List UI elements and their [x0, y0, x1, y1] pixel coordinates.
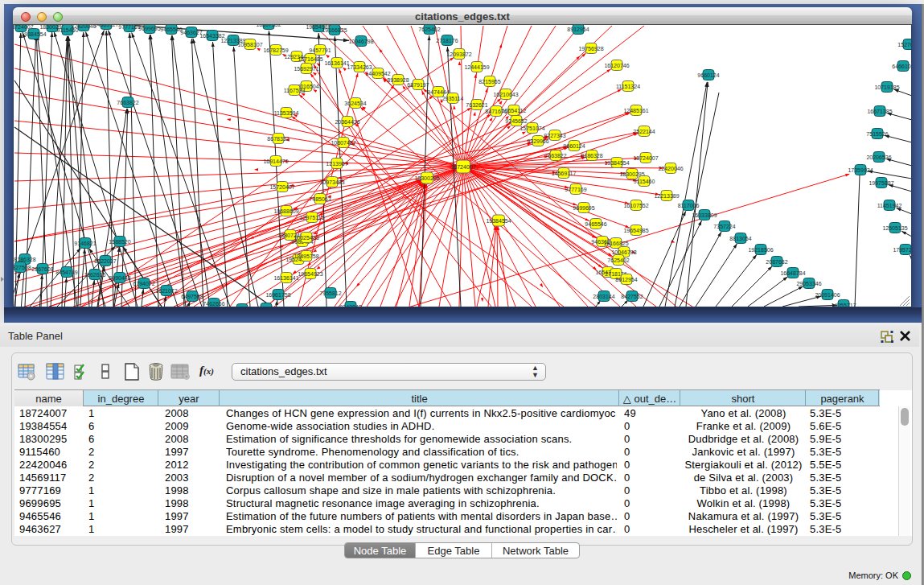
svg-text:7663822: 7663822: [544, 153, 566, 159]
svg-text:9245652: 9245652: [505, 118, 527, 124]
svg-text:10654112: 10654112: [502, 108, 527, 113]
svg-text:8678332: 8678332: [267, 136, 289, 142]
svg-text:8912954: 8912954: [567, 27, 589, 32]
svg-text:7632621: 7632621: [466, 102, 487, 108]
svg-text:6497568: 6497568: [181, 294, 203, 299]
svg-text:9465546: 9465546: [160, 27, 182, 32]
svg-text:11151324: 11151324: [616, 84, 640, 89]
svg-text:2718176: 2718176: [436, 38, 458, 43]
svg-text:20091406: 20091406: [815, 292, 840, 298]
svg-text:8938928: 8938928: [387, 77, 409, 83]
svg-text:6794072: 6794072: [133, 281, 154, 286]
svg-text:8186328: 8186328: [581, 153, 602, 159]
svg-text:7515526: 7515526: [866, 131, 888, 137]
svg-text:22420046: 22420046: [658, 166, 683, 171]
svg-text:16136141: 16136141: [324, 60, 349, 66]
svg-text:12213389: 12213389: [654, 193, 679, 199]
svg-text:12093872: 12093872: [446, 51, 471, 57]
svg-text:8912954: 8912954: [615, 277, 637, 282]
svg-text:1162615: 1162615: [84, 272, 106, 278]
svg-text:8454749: 8454749: [55, 270, 77, 275]
svg-text:2935114: 2935114: [442, 96, 464, 101]
svg-text:19166825: 19166825: [322, 27, 347, 33]
svg-text:10807487: 10807487: [331, 140, 355, 146]
svg-text:11451942: 11451942: [877, 203, 902, 208]
svg-text:19384554: 19384554: [486, 218, 511, 224]
svg-text:10688609: 10688609: [273, 208, 298, 214]
svg-text:6466100: 6466100: [892, 64, 912, 69]
svg-text:1213967: 1213967: [326, 161, 347, 167]
svg-text:10046798: 10046798: [348, 39, 373, 44]
svg-text:9329966: 9329966: [527, 138, 548, 144]
svg-text:17957225: 17957225: [893, 247, 912, 253]
svg-text:16671385: 16671385: [867, 109, 892, 114]
svg-text:18724007: 18724007: [450, 164, 475, 170]
svg-text:19384554: 19384554: [604, 160, 629, 166]
svg-text:15716485: 15716485: [298, 56, 322, 62]
svg-text:9327508: 9327508: [14, 265, 31, 270]
svg-text:2522144: 2522144: [633, 129, 655, 134]
svg-text:2867608: 2867608: [31, 266, 53, 272]
svg-text:16782759: 16782759: [263, 47, 288, 53]
svg-text:16107552: 16107552: [256, 25, 281, 27]
svg-text:11353594: 11353594: [274, 110, 299, 116]
svg-text:7462666: 7462666: [203, 301, 224, 307]
svg-text:17359924: 17359924: [848, 167, 873, 173]
svg-text:16961758: 16961758: [265, 292, 290, 298]
svg-text:19975887: 19975887: [869, 180, 893, 186]
svg-text:16120746: 16120746: [604, 63, 629, 68]
svg-text:12444159: 12444159: [464, 64, 489, 70]
svg-text:15751074: 15751074: [519, 126, 544, 131]
svg-text:16210643: 16210643: [493, 92, 518, 97]
svg-text:19166825: 19166825: [603, 241, 628, 246]
svg-text:19384554: 19384554: [21, 31, 46, 37]
svg-text:8990448: 8990448: [109, 275, 130, 281]
svg-text:7955812: 7955812: [319, 290, 341, 296]
svg-text:22420046: 22420046: [71, 25, 96, 29]
svg-text:1588520: 1588520: [109, 239, 130, 245]
svg-text:6879197: 6879197: [407, 82, 429, 88]
svg-text:9146821: 9146821: [74, 241, 96, 246]
svg-text:12485161: 12485161: [623, 108, 648, 113]
svg-text:17334263: 17334263: [347, 64, 372, 70]
svg-text:9474444: 9474444: [427, 89, 449, 95]
svg-text:29053346: 29053346: [796, 281, 821, 286]
svg-text:9465546: 9465546: [585, 221, 606, 227]
svg-text:12505135: 12505135: [882, 225, 907, 231]
svg-text:7357224: 7357224: [713, 224, 735, 229]
svg-text:16033809: 16033809: [692, 212, 717, 218]
svg-text:9660124: 9660124: [563, 143, 585, 149]
svg-text:9457791: 9457791: [309, 47, 331, 53]
svg-text:20364436: 20364436: [335, 119, 359, 125]
svg-text:19756928: 19756928: [578, 46, 603, 51]
svg-text:16914479: 16914479: [263, 159, 288, 164]
svg-text:14569117: 14569117: [552, 171, 577, 176]
svg-text:9115460: 9115460: [634, 179, 655, 184]
svg-text:7663822: 7663822: [117, 100, 138, 105]
svg-text:8322037: 8322037: [94, 258, 116, 264]
svg-text:9227343: 9227343: [544, 133, 565, 138]
svg-text:9777169: 9777169: [118, 25, 140, 30]
svg-text:9699695: 9699695: [138, 26, 160, 31]
svg-text:10958107: 10958107: [237, 42, 262, 47]
svg-text:2087682: 2087682: [766, 259, 787, 265]
svg-text:9777169: 9777169: [565, 187, 586, 192]
svg-text:1527602: 1527602: [897, 42, 912, 47]
svg-text:1621072: 1621072: [155, 288, 177, 294]
svg-text:10025438: 10025438: [294, 235, 318, 241]
svg-text:3624534: 3624534: [344, 101, 366, 106]
svg-text:19654985: 19654985: [623, 228, 648, 233]
svg-text:15720407: 15720407: [269, 184, 294, 190]
svg-text:14569117: 14569117: [94, 25, 119, 27]
svg-text:15692971: 15692971: [294, 66, 318, 72]
svg-text:16107552: 16107552: [623, 203, 648, 208]
svg-text:18300295: 18300295: [414, 175, 439, 181]
svg-text:9660124: 9660124: [697, 72, 719, 78]
svg-text:19218506: 19218506: [748, 247, 773, 253]
svg-text:14409542: 14409542: [365, 71, 390, 76]
svg-text:2803144: 2803144: [593, 294, 614, 299]
svg-text:1167533: 1167533: [284, 88, 306, 93]
svg-text:10973493: 10973493: [319, 179, 344, 185]
svg-text:7485063: 7485063: [309, 196, 331, 202]
svg-text:10719185: 10719185: [874, 84, 899, 90]
